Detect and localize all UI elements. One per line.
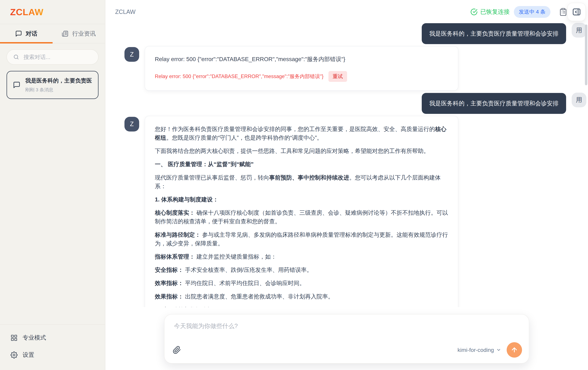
connection-status-text: 已恢复连接: [480, 8, 510, 16]
assistant-paragraph: 效果指标： 出院患者满意度、危重患者抢救成功率、非计划再入院率。: [155, 292, 448, 301]
assistant-paragraph: 核心制度落实： 确保十八项医疗核心制度（如首诊负责、三级查房、会诊、疑难病例讨论…: [155, 208, 448, 226]
composer-input[interactable]: [174, 322, 519, 342]
model-selector[interactable]: kimi-for-coding: [458, 347, 501, 353]
sidebar-item-pro-mode[interactable]: 专业模式: [5, 329, 100, 346]
user-avatar: 用: [572, 23, 586, 38]
assistant-paragraph: 安全指标： 手术安全核查率、跌倒/压疮发生率、用药错误率。: [155, 265, 448, 274]
chat-main: ZCLAW 已恢复连接 发送中 4 条 我是医务科的，主要负责医疗质量管理和会诊…: [106, 0, 588, 370]
conversation-texts: 我是医务科的，主要负责医... 刚刚 3 条消息: [25, 77, 92, 93]
assistant-avatar: Z: [125, 47, 139, 62]
assistant-paragraph: 下面我将结合您的两大核心职责，提供一些思路、工具和常见问题的应对策略，希望能对您…: [155, 147, 448, 155]
tab-industry-news[interactable]: 行业资讯: [52, 24, 105, 43]
sidebar-tabs: 对话 行业资讯: [0, 24, 105, 43]
grid-icon: [10, 334, 18, 341]
settings-label: 设置: [22, 351, 34, 359]
sidebar-item-settings[interactable]: 设置: [5, 346, 100, 363]
assistant-paragraph: 您好！作为医务科负责医疗质量管理和会诊安排的同事，您的工作至关重要，是医院高效、…: [155, 125, 448, 142]
sending-count-badge: 发送中 4 条: [514, 6, 550, 18]
composer-right-controls: kimi-for-coding: [458, 342, 522, 358]
conversation-item[interactable]: 我是医务科的，主要负责医... 刚刚 3 条消息: [7, 71, 98, 99]
gear-icon: [10, 351, 18, 359]
user-message-bubble: 我是医务科的，主要负责医疗质量管理和会诊安排: [422, 93, 566, 114]
message-list: 我是医务科的，主要负责医疗质量管理和会诊安排用ZRelay error: 500…: [106, 23, 588, 307]
tab-industry-news-label: 行业资讯: [72, 30, 96, 38]
app-logo: ZCLAW: [10, 7, 43, 17]
search-input[interactable]: [23, 54, 92, 60]
conversation-meta: 刚刚 3 条消息: [25, 87, 92, 93]
panel-left-collapse-icon: [572, 7, 581, 17]
assistant-paragraph: 指标体系管理： 建立并监控关键质量指标，如：: [155, 252, 448, 261]
message-row-user: 我是医务科的，主要负责医疗质量管理和会诊安排用: [125, 23, 586, 44]
assistant-paragraph: 标准与路径制定： 参与或主导常见病、多发病的临床路径和单病种质量管理标准的制定与…: [155, 230, 448, 248]
sidebar: ZCLAW 对话 行业资讯 我是医务科的，主要负责医... 刚刚 3 条消息: [0, 0, 105, 370]
message-row-assistant: Z您好！作为医务科负责医疗质量管理和会诊安排的同事，您的工作至关重要，是医院高效…: [125, 116, 586, 307]
conversation-list: 我是医务科的，主要负责医... 刚刚 3 条消息: [0, 66, 105, 324]
clipboard-list-icon: [559, 8, 567, 16]
header-right: 已恢复连接 发送中 4 条: [470, 3, 586, 21]
assistant-paragraph: 一、 医疗质量管理：从“监督”到“赋能”: [155, 160, 448, 169]
composer-toolbar: kimi-for-coding: [173, 342, 522, 358]
assistant-paragraph: 现代医疗质量管理已从事后监督、惩罚，转向事前预防、事中控制和持续改进。您可以考虑…: [155, 173, 448, 190]
assistant-avatar: Z: [125, 117, 139, 131]
clipboard-button[interactable]: [559, 8, 567, 16]
scrollbar-thumb[interactable]: [585, 24, 587, 85]
search-box[interactable]: [7, 49, 98, 65]
page-title: ZCLAW: [115, 9, 136, 15]
error-detail-text: Relay error: 500 {"error":"DATABASE_ERRO…: [155, 73, 324, 80]
assistant-paragraph: 效率指标： 平均住院日、术前平均住院日、会诊响应时间。: [155, 279, 448, 287]
collapse-panel-button[interactable]: [567, 3, 586, 21]
user-avatar: 用: [572, 93, 586, 107]
pro-mode-label: 专业模式: [22, 334, 46, 342]
tab-chat-label: 对话: [26, 30, 37, 38]
sidebar-footer: 专业模式 设置: [0, 324, 105, 370]
main-header: ZCLAW 已恢复连接 发送中 4 条: [106, 0, 588, 24]
search-icon: [13, 54, 19, 60]
assistant-paragraph: 1. 体系构建与制度建设：: [155, 195, 448, 204]
user-message-bubble: 我是医务科的，主要负责医疗质量管理和会诊安排: [422, 23, 566, 44]
arrow-up-icon: [511, 346, 518, 353]
assistant-paragraph: 2. 过程监控与数据分析：: [155, 305, 448, 307]
connection-status: 已恢复连接: [470, 8, 510, 16]
sidebar-logo-row: ZCLAW: [0, 0, 105, 24]
message-row-user: 我是医务科的，主要负责医疗质量管理和会诊安排用: [125, 93, 586, 114]
conversation-title: 我是医务科的，主要负责医...: [25, 77, 92, 85]
paperclip-icon: [173, 346, 181, 354]
send-button[interactable]: [507, 342, 522, 358]
model-name: kimi-for-coding: [458, 347, 494, 353]
attach-file-button[interactable]: [173, 346, 181, 354]
chevron-down-icon: [496, 348, 501, 352]
chat-bubble-icon: [15, 30, 22, 37]
assistant-message-card: 您好！作为医务科负责医疗质量管理和会诊安排的同事，您的工作至关重要，是医院高效、…: [145, 116, 458, 307]
message-row-assistant: ZRelay error: 500 {"error":"DATABASE_ERR…: [125, 46, 586, 91]
assistant-message-card: Relay error: 500 {"error":"DATABASE_ERRO…: [145, 46, 458, 91]
check-circle-icon: [470, 8, 478, 16]
newspaper-icon: [62, 30, 69, 37]
composer: kimi-for-coding: [164, 314, 529, 363]
search-area: [0, 43, 105, 66]
retry-button[interactable]: 重试: [328, 71, 347, 82]
tab-chat[interactable]: 对话: [0, 24, 52, 43]
error-message-text: Relay error: 500 {"error":"DATABASE_ERRO…: [155, 55, 448, 63]
chat-bubble-icon: [13, 81, 21, 89]
error-retry-row: Relay error: 500 {"error":"DATABASE_ERRO…: [155, 71, 448, 82]
